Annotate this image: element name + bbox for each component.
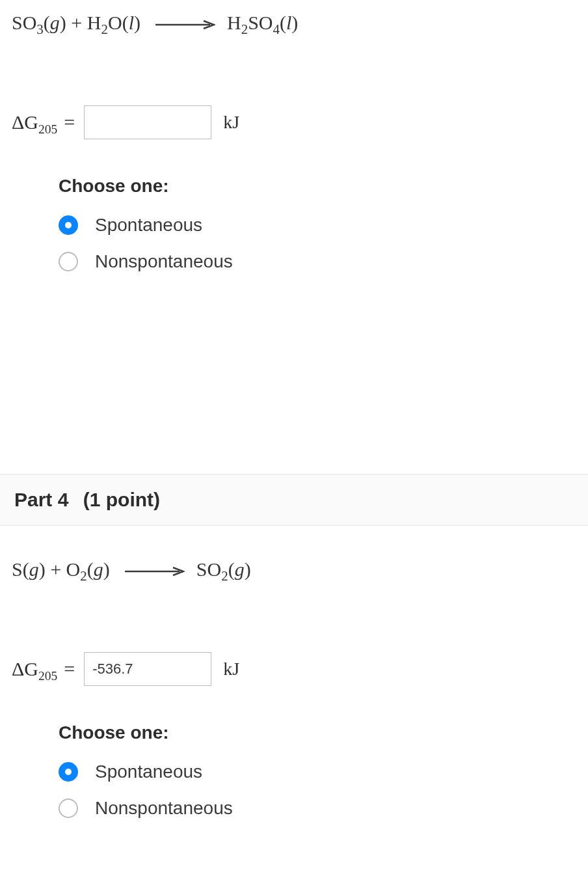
eq4-product-sub: 2 [221, 568, 228, 584]
dg-sub: 205 [38, 669, 57, 683]
reaction-arrow-icon [155, 20, 215, 29]
unit-kj: kJ [223, 659, 239, 679]
reaction-equation-4: S(g) + O2(g) SO2(g) [12, 558, 576, 581]
equals-sign: = [64, 658, 75, 680]
eq4-product-phase: g [235, 558, 245, 580]
eq3-reactant-b: H [87, 12, 101, 33]
option-label: Spontaneous [95, 761, 202, 782]
unit-kj: kJ [223, 112, 239, 133]
reaction-equation-3: SO3(g) + H2O(l) H2SO4(l) [12, 12, 576, 34]
option-label: Nonspontaneous [95, 251, 233, 272]
choose-one-label: Choose one: [59, 176, 576, 197]
choose-one-label: Choose one: [59, 722, 576, 743]
radio-checked-icon[interactable] [59, 215, 78, 235]
eq3-product-sub1: 2 [241, 21, 248, 37]
reaction-arrow-icon [125, 567, 185, 576]
part-4-header: Part 4 (1 point) [0, 474, 588, 526]
eq3-product-1: H [227, 12, 241, 33]
delta-g-row-4: ΔG205 = kJ [12, 652, 576, 686]
radio-unchecked-icon[interactable] [59, 799, 78, 818]
eq3-reactant-a-phase: g [50, 12, 60, 33]
part-4-section: S(g) + O2(g) SO2(g) ΔG205 = kJ Choose on… [0, 558, 588, 819]
option-nonspontaneous-4[interactable]: Nonspontaneous [59, 798, 576, 819]
eq3-reactant-b-sub: 2 [101, 21, 108, 37]
delta-g-input-4[interactable] [84, 652, 211, 686]
eq4-product: SO [196, 558, 221, 580]
eq3-reactant-a: SO [12, 12, 36, 33]
eq4-reactant-b: O [66, 558, 81, 580]
part-4-points: (1 point) [83, 489, 160, 510]
part-4-title: Part 4 [14, 489, 68, 510]
g-symbol: G [24, 111, 38, 133]
option-spontaneous-4[interactable]: Spontaneous [59, 761, 576, 782]
delta-symbol: Δ [12, 658, 24, 679]
eq4-reactant-a-phase: g [29, 558, 39, 580]
option-nonspontaneous-3[interactable]: Nonspontaneous [59, 251, 576, 272]
eq3-product-sub2: 4 [273, 21, 280, 37]
option-label: Spontaneous [95, 215, 202, 236]
eq3-reactant-b2: O [108, 12, 122, 33]
radio-unchecked-icon[interactable] [59, 252, 78, 271]
delta-g-label: ΔG205 [12, 111, 57, 133]
eq4-reactant-b-phase: g [94, 558, 103, 580]
choose-block-4: Choose one: Spontaneous Nonspontaneous [59, 722, 576, 819]
dg-sub: 205 [38, 122, 57, 136]
eq4-reactant-b-sub: 2 [80, 568, 87, 584]
eq3-reactant-b-phase: l [129, 12, 134, 33]
option-spontaneous-3[interactable]: Spontaneous [59, 215, 576, 236]
eq4-plus: + [50, 558, 61, 580]
radio-checked-icon[interactable] [59, 762, 78, 782]
choose-block-3: Choose one: Spontaneous Nonspontaneous [59, 176, 576, 272]
part-3-section: SO3(g) + H2O(l) H2SO4(l) ΔG205 = kJ Choo… [0, 12, 588, 272]
eq3-reactant-a-sub: 3 [36, 21, 44, 37]
option-label: Nonspontaneous [95, 798, 233, 819]
delta-g-input-3[interactable] [84, 105, 211, 139]
g-symbol: G [24, 658, 38, 679]
equals-sign: = [64, 111, 75, 133]
eq3-plus: + [71, 12, 82, 33]
eq4-reactant-a: S [12, 558, 23, 580]
delta-symbol: Δ [12, 111, 24, 133]
delta-g-row-3: ΔG205 = kJ [12, 105, 576, 139]
delta-g-label: ΔG205 [12, 658, 57, 680]
eq3-product-2: SO [248, 12, 273, 33]
